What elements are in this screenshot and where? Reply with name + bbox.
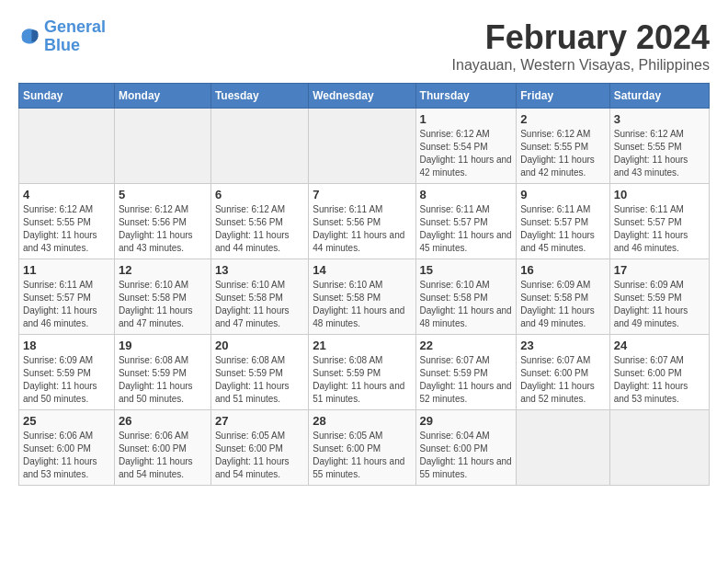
- calendar-cell: 14Sunrise: 6:10 AMSunset: 5:58 PMDayligh…: [309, 259, 415, 335]
- day-number: 13: [215, 263, 304, 277]
- calendar-cell: 10Sunrise: 6:11 AMSunset: 5:57 PMDayligh…: [609, 184, 709, 259]
- day-number: 4: [23, 188, 110, 201]
- cell-info-line: Daylight: 11 hours and 45 minutes.: [420, 229, 513, 255]
- cell-info-line: Sunset: 5:59 PM: [614, 292, 705, 304]
- calendar-cell: 2Sunrise: 6:12 AMSunset: 5:55 PMDaylight…: [517, 109, 610, 184]
- calendar-cell: [609, 410, 709, 486]
- calendar-cell: 27Sunrise: 6:05 AMSunset: 6:00 PMDayligh…: [210, 410, 308, 486]
- cell-info-line: Sunset: 6:00 PM: [215, 442, 304, 455]
- cell-info-line: Sunrise: 6:12 AM: [23, 203, 110, 216]
- cell-info-line: Daylight: 11 hours and 48 minutes.: [313, 304, 411, 330]
- header-day: Friday: [517, 84, 610, 109]
- cell-info-line: Sunset: 6:00 PM: [520, 367, 606, 380]
- logo-icon: [18, 26, 40, 48]
- cell-info-line: Sunset: 5:57 PM: [420, 216, 513, 229]
- title-area: February 2024 Inayauan, Western Visayas,…: [452, 18, 710, 74]
- day-number: 14: [313, 263, 411, 277]
- header-day: Wednesday: [309, 84, 415, 109]
- cell-info-line: Sunset: 5:58 PM: [520, 292, 606, 304]
- day-number: 28: [313, 414, 411, 428]
- cell-info-line: Sunrise: 6:12 AM: [215, 203, 304, 216]
- calendar-cell: [309, 109, 415, 184]
- cell-info-line: Daylight: 11 hours and 51 minutes.: [313, 380, 411, 406]
- calendar-cell: [517, 410, 610, 486]
- cell-info-line: Daylight: 11 hours and 42 minutes.: [520, 154, 606, 179]
- logo: General Blue: [18, 18, 106, 55]
- cell-info-line: Daylight: 11 hours and 55 minutes.: [313, 455, 411, 481]
- calendar-cell: [114, 109, 210, 184]
- cell-info-line: Sunrise: 6:09 AM: [614, 279, 705, 292]
- cell-info-line: Daylight: 11 hours and 46 minutes.: [23, 304, 110, 330]
- cell-info-line: Daylight: 11 hours and 43 minutes.: [614, 154, 705, 179]
- day-number: 18: [23, 339, 110, 352]
- cell-info-line: Sunrise: 6:10 AM: [420, 279, 513, 292]
- calendar-cell: 23Sunrise: 6:07 AMSunset: 6:00 PMDayligh…: [517, 335, 610, 410]
- cell-info-line: Sunset: 6:00 PM: [614, 367, 705, 380]
- day-number: 27: [215, 414, 304, 428]
- cell-info-line: Sunset: 5:58 PM: [215, 292, 304, 304]
- calendar-cell: 24Sunrise: 6:07 AMSunset: 6:00 PMDayligh…: [609, 335, 709, 410]
- cell-info-line: Sunset: 5:59 PM: [23, 367, 110, 380]
- day-number: 12: [119, 263, 207, 277]
- cell-info-line: Sunrise: 6:08 AM: [119, 354, 207, 367]
- cell-info-line: Sunrise: 6:04 AM: [420, 430, 513, 442]
- calendar-cell: 9Sunrise: 6:11 AMSunset: 5:57 PMDaylight…: [517, 184, 610, 259]
- cell-info-line: Sunset: 5:55 PM: [23, 216, 110, 229]
- cell-info-line: Daylight: 11 hours and 52 minutes.: [420, 380, 513, 406]
- cell-info-line: Sunset: 6:00 PM: [313, 442, 411, 455]
- calendar-cell: [19, 109, 115, 184]
- day-number: 7: [313, 188, 411, 201]
- day-number: 8: [420, 188, 513, 201]
- cell-info-line: Sunrise: 6:11 AM: [614, 203, 705, 216]
- cell-info-line: Sunset: 5:58 PM: [119, 292, 207, 304]
- day-number: 15: [420, 263, 513, 277]
- cell-info-line: Daylight: 11 hours and 53 minutes.: [614, 380, 705, 406]
- calendar-cell: 12Sunrise: 6:10 AMSunset: 5:58 PMDayligh…: [114, 259, 210, 335]
- cell-info-line: Sunrise: 6:07 AM: [614, 354, 705, 367]
- cell-info-line: Daylight: 11 hours and 50 minutes.: [119, 380, 207, 406]
- cell-info-line: Sunrise: 6:08 AM: [215, 354, 304, 367]
- calendar-cell: 29Sunrise: 6:04 AMSunset: 6:00 PMDayligh…: [415, 410, 517, 486]
- cell-info-line: Sunset: 5:59 PM: [420, 367, 513, 380]
- calendar-cell: 16Sunrise: 6:09 AMSunset: 5:58 PMDayligh…: [517, 259, 610, 335]
- calendar-cell: 15Sunrise: 6:10 AMSunset: 5:58 PMDayligh…: [415, 259, 517, 335]
- calendar-cell: 4Sunrise: 6:12 AMSunset: 5:55 PMDaylight…: [19, 184, 115, 259]
- cell-info-line: Sunset: 5:59 PM: [215, 367, 304, 380]
- calendar-cell: 8Sunrise: 6:11 AMSunset: 5:57 PMDaylight…: [415, 184, 517, 259]
- cell-info-line: Sunset: 6:00 PM: [119, 442, 207, 455]
- day-number: 17: [614, 263, 705, 277]
- day-number: 19: [119, 339, 207, 352]
- cell-info-line: Daylight: 11 hours and 44 minutes.: [313, 229, 411, 255]
- cell-info-line: Sunset: 5:57 PM: [520, 216, 606, 229]
- day-number: 10: [614, 188, 705, 201]
- cell-info-line: Sunrise: 6:09 AM: [520, 279, 606, 292]
- calendar-cell: 21Sunrise: 6:08 AMSunset: 5:59 PMDayligh…: [309, 335, 415, 410]
- cell-info-line: Sunrise: 6:06 AM: [23, 430, 110, 442]
- day-number: 25: [23, 414, 110, 428]
- cell-info-line: Sunrise: 6:07 AM: [520, 354, 606, 367]
- cell-info-line: Daylight: 11 hours and 51 minutes.: [215, 380, 304, 406]
- day-number: 6: [215, 188, 304, 201]
- day-number: 11: [23, 263, 110, 277]
- cell-info-line: Daylight: 11 hours and 46 minutes.: [614, 229, 705, 255]
- cell-info-line: Sunrise: 6:06 AM: [119, 430, 207, 442]
- calendar-table: SundayMondayTuesdayWednesdayThursdayFrid…: [18, 83, 710, 486]
- calendar-week-row: 18Sunrise: 6:09 AMSunset: 5:59 PMDayligh…: [19, 335, 710, 410]
- calendar-cell: 5Sunrise: 6:12 AMSunset: 5:56 PMDaylight…: [114, 184, 210, 259]
- cell-info-line: Sunrise: 6:12 AM: [119, 203, 207, 216]
- calendar-cell: 26Sunrise: 6:06 AMSunset: 6:00 PMDayligh…: [114, 410, 210, 486]
- calendar-cell: 6Sunrise: 6:12 AMSunset: 5:56 PMDaylight…: [210, 184, 308, 259]
- cell-info-line: Sunset: 5:55 PM: [520, 141, 606, 154]
- cell-info-line: Sunset: 5:57 PM: [23, 292, 110, 304]
- calendar-cell: 25Sunrise: 6:06 AMSunset: 6:00 PMDayligh…: [19, 410, 115, 486]
- cell-info-line: Sunset: 5:59 PM: [313, 367, 411, 380]
- cell-info-line: Sunrise: 6:12 AM: [520, 128, 606, 141]
- calendar-week-row: 4Sunrise: 6:12 AMSunset: 5:55 PMDaylight…: [19, 184, 710, 259]
- cell-info-line: Sunrise: 6:11 AM: [420, 203, 513, 216]
- calendar-week-row: 11Sunrise: 6:11 AMSunset: 5:57 PMDayligh…: [19, 259, 710, 335]
- calendar-cell: 3Sunrise: 6:12 AMSunset: 5:55 PMDaylight…: [609, 109, 709, 184]
- calendar-header-row: SundayMondayTuesdayWednesdayThursdayFrid…: [19, 84, 710, 109]
- cell-info-line: Sunset: 6:00 PM: [23, 442, 110, 455]
- calendar-week-row: 1Sunrise: 6:12 AMSunset: 5:54 PMDaylight…: [19, 109, 710, 184]
- calendar-cell: 17Sunrise: 6:09 AMSunset: 5:59 PMDayligh…: [609, 259, 709, 335]
